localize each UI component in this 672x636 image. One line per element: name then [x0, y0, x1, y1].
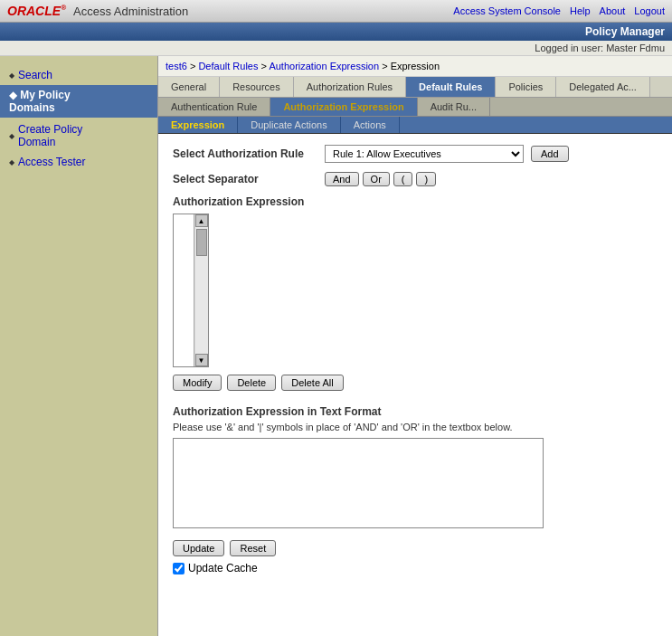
search-link[interactable]: Search	[18, 69, 52, 81]
tab-authentication-rule[interactable]: Authentication Rule	[158, 98, 270, 116]
scrollbar-track	[195, 227, 208, 354]
oracle-logo: ORACLE®	[7, 4, 66, 18]
text-format-section: Authorization Expression in Text Format …	[173, 405, 658, 531]
tab-actions[interactable]: Actions	[341, 117, 400, 133]
text-format-textarea[interactable]	[173, 438, 544, 528]
scrollbar-up-btn[interactable]: ▲	[195, 214, 208, 227]
add-button[interactable]: Add	[531, 146, 569, 162]
update-button[interactable]: Update	[173, 540, 224, 556]
auth-expression-listbox[interactable]: ▲ ▼	[173, 214, 209, 367]
sidebar-item-access-tester[interactable]: ◆ Access Tester	[0, 152, 157, 172]
bullet-search: ◆	[9, 71, 14, 80]
separator-close-paren[interactable]: )	[416, 172, 436, 186]
sidebar-item-create-policy-domain[interactable]: ◆ Create PolicyDomain	[0, 119, 157, 152]
select-separator-row: Select Separator And Or ( )	[173, 172, 658, 186]
logout-link[interactable]: Logout	[634, 5, 665, 16]
oracle-text: ORACLE®	[7, 4, 66, 18]
select-separator-label: Select Separator	[173, 173, 317, 185]
update-cache-row: Update Cache	[173, 562, 658, 574]
separator-and[interactable]: And	[325, 172, 359, 186]
delete-button[interactable]: Delete	[227, 375, 276, 391]
breadcrumb: test6 > Default Rules > Authorization Ex…	[158, 56, 672, 77]
text-format-title: Authorization Expression in Text Format	[173, 405, 658, 418]
sidebar-item-my-policy-domains[interactable]: ◆ My PolicyDomains	[0, 85, 157, 118]
action-buttons: Modify Delete Delete All	[173, 375, 658, 391]
about-link[interactable]: About	[600, 5, 626, 16]
breadcrumb-expression: Expression	[391, 61, 440, 71]
scrollbar-thumb[interactable]	[196, 229, 207, 256]
content-area: test6 > Default Rules > Authorization Ex…	[158, 56, 672, 636]
auth-expression-section-title: Authorization Expression	[173, 195, 658, 208]
create-policy-domain-link[interactable]: Create PolicyDomain	[18, 123, 82, 148]
update-cache-label: Update Cache	[188, 562, 258, 574]
select-auth-rule-row: Select Authorization Rule Rule 1: Allow …	[173, 145, 658, 163]
reset-button[interactable]: Reset	[230, 540, 276, 556]
bullet-create: ◆	[9, 132, 14, 140]
select-auth-rule-label: Select Authorization Rule	[173, 147, 317, 160]
breadcrumb-auth-expression[interactable]: Authorization Expression	[269, 61, 379, 71]
tab-duplicate-actions[interactable]: Duplicate Actions	[238, 117, 340, 133]
tab-resources[interactable]: Resources	[220, 77, 294, 97]
tab-general[interactable]: General	[158, 77, 220, 97]
tab-expression[interactable]: Expression	[158, 117, 238, 133]
select-auth-rule-dropdown[interactable]: Rule 1: Allow Executives	[325, 145, 524, 163]
tab-policies[interactable]: Policies	[496, 77, 556, 97]
header-left: ORACLE® Access Administration	[7, 4, 188, 18]
tabs-row3: Expression Duplicate Actions Actions	[158, 117, 672, 134]
logged-in-text: Logged in user: Master Fdmu	[535, 43, 665, 53]
tab-authorization-expression[interactable]: Authorization Expression	[270, 98, 417, 116]
tabs-row2: Authentication Rule Authorization Expres…	[158, 98, 672, 117]
breadcrumb-default-rules[interactable]: Default Rules	[198, 61, 258, 71]
sidebar: ◆ Search ◆ My PolicyDomains ◆ Create Pol…	[0, 56, 158, 636]
app-title: Access Administration	[73, 5, 188, 18]
bullet-my-policy-domains: ◆	[9, 89, 17, 101]
scrollbar-down-btn[interactable]: ▼	[195, 354, 208, 366]
breadcrumb-test6[interactable]: test6	[166, 61, 187, 71]
logged-in-bar: Logged in user: Master Fdmu	[0, 41, 672, 56]
help-link[interactable]: Help	[570, 5, 591, 16]
form-area: Select Authorization Rule Rule 1: Allow …	[158, 134, 672, 585]
delete-all-button[interactable]: Delete All	[281, 375, 343, 391]
bullet-access-tester: ◆	[9, 158, 14, 166]
my-policy-domains-label: My PolicyDomains	[9, 89, 71, 114]
tab-default-rules[interactable]: Default Rules	[406, 77, 496, 97]
update-cache-checkbox[interactable]	[173, 563, 185, 574]
breadcrumb-sep1: >	[190, 61, 198, 71]
top-header: ORACLE® Access Administration Access Sys…	[0, 0, 672, 23]
policy-manager-bar: Policy Manager	[0, 23, 672, 41]
main-layout: ◆ Search ◆ My PolicyDomains ◆ Create Pol…	[0, 56, 672, 636]
bottom-buttons: Update Reset	[173, 540, 658, 556]
sidebar-item-search[interactable]: ◆ Search	[0, 65, 157, 85]
tab-authorization-rules[interactable]: Authorization Rules	[294, 77, 406, 97]
oracle-sup: ®	[61, 4, 66, 12]
separator-open-paren[interactable]: (	[393, 172, 413, 186]
modify-button[interactable]: Modify	[173, 375, 222, 391]
breadcrumb-sep3: >	[382, 61, 390, 71]
listbox-scrollbar: ▲ ▼	[194, 214, 208, 366]
tab-delegated-ac[interactable]: Delegated Ac...	[556, 77, 650, 97]
tab-audit-rule[interactable]: Audit Ru...	[418, 98, 490, 116]
tabs-row1: General Resources Authorization Rules De…	[158, 77, 672, 98]
access-system-console-link[interactable]: Access System Console	[453, 5, 561, 16]
separator-buttons: And Or ( )	[325, 172, 436, 186]
policy-manager-label: Policy Manager	[585, 25, 665, 38]
top-nav: Access System Console Help About Logout	[453, 5, 665, 16]
text-format-desc: Please use '&' and '|' symbols in place …	[173, 422, 658, 432]
access-tester-link[interactable]: Access Tester	[18, 156, 85, 168]
separator-or[interactable]: Or	[363, 172, 390, 186]
